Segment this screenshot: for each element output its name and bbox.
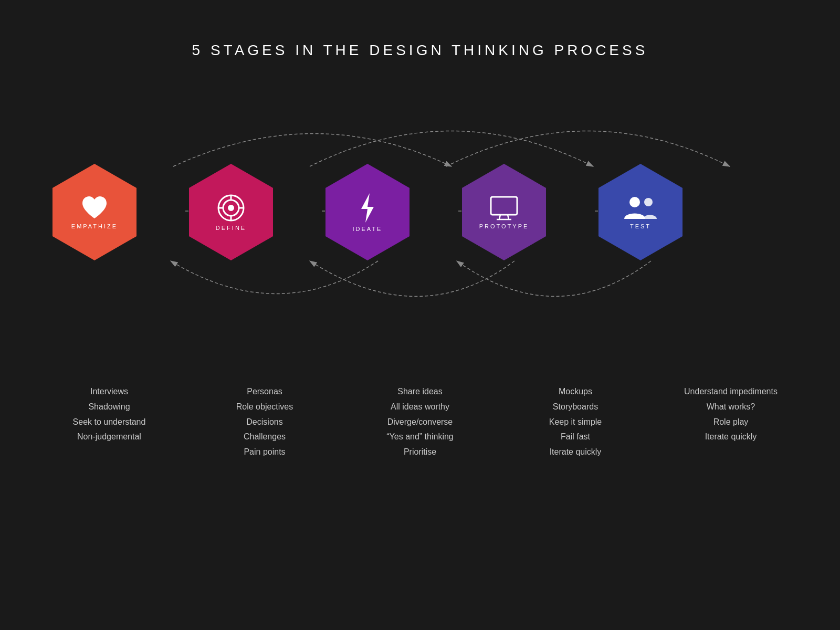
define-bullets: Personas Role objectives Decisions Chall… — [212, 384, 317, 460]
ideate-bullet-2: All ideas worthy — [391, 400, 449, 415]
hex-shape-ideate: IDEATE — [326, 164, 410, 260]
test-label: TEST — [630, 223, 651, 229]
hex-shape-prototype: PROTOTYPE — [462, 164, 546, 260]
empathize-bullet-4: Non-judgemental — [77, 429, 141, 445]
users-icon — [623, 195, 658, 221]
ideate-bullet-1: Share ideas — [397, 384, 442, 400]
test-bullet-1: Understand impediments — [684, 384, 778, 400]
define-bullet-5: Pain points — [244, 445, 285, 460]
hexagon-empathize: EMPATHIZE — [52, 164, 136, 260]
ideate-bullet-3: Diverge/converse — [387, 415, 453, 430]
ideate-bullet-4: “Yes and” thinking — [386, 429, 454, 445]
svg-point-17 — [629, 197, 640, 207]
svg-point-18 — [644, 198, 653, 206]
empathize-bullets: Interviews Shadowing Seek to understand … — [57, 384, 162, 460]
test-bullet-2: What works? — [707, 400, 755, 415]
prototype-label: PROTOTYPE — [479, 223, 529, 229]
define-bullet-1: Personas — [247, 384, 282, 400]
test-bullet-4: Iterate quickly — [705, 429, 757, 445]
ideate-bullet-5: Prioritise — [404, 445, 436, 460]
diagram-area: EMPATHIZE DEFINE IDEATE — [0, 85, 840, 358]
hex-shape-define: DEFINE — [189, 164, 273, 260]
test-bullets: Understand impediments What works? Role … — [678, 384, 783, 460]
empathize-bullet-1: Interviews — [90, 384, 128, 400]
hex-shape-empathize: EMPATHIZE — [52, 164, 136, 260]
empathize-bullet-2: Shadowing — [88, 400, 130, 415]
lightning-icon — [357, 192, 378, 224]
prototype-bullet-2: Storyboards — [553, 400, 598, 415]
hexagon-ideate: IDEATE — [326, 164, 410, 260]
test-bullet-3: Role play — [713, 415, 749, 430]
empathize-bullet-3: Seek to understand — [73, 415, 146, 430]
svg-point-7 — [228, 205, 234, 211]
prototype-bullet-1: Mockups — [559, 384, 592, 400]
monitor-icon — [489, 195, 519, 221]
prototype-bullet-3: Keep it simple — [549, 415, 602, 430]
ideate-bullets: Share ideas All ideas worthy Diverge/con… — [368, 384, 472, 460]
define-bullet-4: Challenges — [244, 429, 286, 445]
bottom-section: Interviews Shadowing Seek to understand … — [0, 374, 840, 460]
define-bullet-3: Decisions — [246, 415, 282, 430]
define-label: DEFINE — [216, 225, 246, 231]
prototype-bullet-5: Iterate quickly — [550, 445, 602, 460]
target-icon — [216, 193, 246, 223]
prototype-bullets: Mockups Storyboards Keep it simple Fail … — [523, 384, 628, 460]
ideate-label: IDEATE — [353, 226, 383, 232]
svg-rect-13 — [491, 197, 517, 215]
hexagon-define: DEFINE — [189, 164, 273, 260]
hexagon-test: TEST — [598, 164, 682, 260]
empathize-label: EMPATHIZE — [71, 223, 118, 229]
heart-icon — [80, 195, 109, 221]
prototype-bullet-4: Fail fast — [561, 429, 590, 445]
define-bullet-2: Role objectives — [236, 400, 293, 415]
hexagon-prototype: PROTOTYPE — [462, 164, 546, 260]
page-title: 5 STAGES IN THE DESIGN THINKING PROCESS — [0, 0, 840, 80]
hex-shape-test: TEST — [598, 164, 682, 260]
svg-marker-12 — [361, 193, 374, 223]
